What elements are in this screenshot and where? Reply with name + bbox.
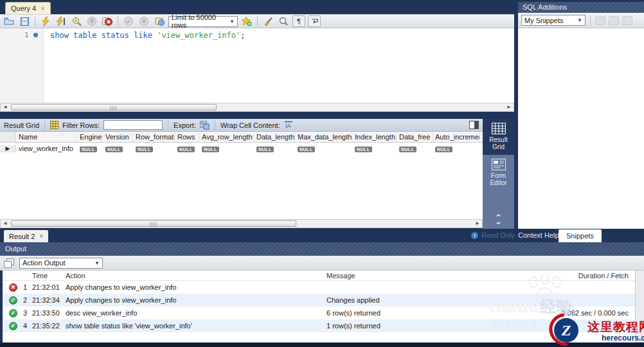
column-header[interactable]: Version xyxy=(103,132,133,142)
scroll-right-arrow-icon[interactable]: ► xyxy=(505,104,513,111)
panel-layout-icon[interactable] xyxy=(469,121,479,129)
word-wrap-icon xyxy=(311,18,318,24)
open-file-button[interactable] xyxy=(3,15,15,27)
scrollbar-thumb[interactable] xyxy=(11,104,217,111)
sidebar-item-label: Form Editor xyxy=(487,172,510,186)
grip-icon xyxy=(110,106,118,110)
action-column-header[interactable]: Action xyxy=(63,272,324,280)
cell-auto-increment[interactable]: NULL xyxy=(433,145,480,152)
output-toolbar: Action Output ▼ xyxy=(0,256,644,271)
column-header[interactable]: Rows xyxy=(175,132,199,142)
column-header[interactable]: Data_length xyxy=(254,132,295,142)
save-snippet-button[interactable] xyxy=(240,15,253,27)
mysql-workbench-window: Query 4 × xyxy=(0,0,644,347)
sidebar-item-form-editor[interactable]: Form Editor xyxy=(483,155,514,191)
divider xyxy=(257,16,258,26)
snippets-dropdown[interactable]: My Snippets ▼ xyxy=(521,15,586,26)
panel-divider xyxy=(0,112,514,119)
cell-row-format[interactable]: NULL xyxy=(133,145,175,152)
editor-tab-bar: Query 4 × xyxy=(0,0,514,14)
duration-column-header[interactable]: Duration / Fetch xyxy=(526,272,635,280)
editor-horizontal-scrollbar[interactable]: ◄ ► xyxy=(0,103,514,112)
output-row[interactable]: ✕ 1 21:32:01 Apply changes to view_worke… xyxy=(3,281,635,294)
cell-index-length[interactable]: NULL xyxy=(352,145,397,152)
sql-code-editor[interactable]: 1 show table status like 'view_worker_in… xyxy=(0,28,514,103)
toggle-autocommit-button[interactable] xyxy=(153,15,166,27)
cell-data-length[interactable]: NULL xyxy=(254,145,295,152)
column-header[interactable]: Engine xyxy=(77,132,103,142)
star-plus-icon xyxy=(242,17,252,26)
export-icon[interactable] xyxy=(200,121,210,130)
snippets-toolbar: My Snippets ▼ xyxy=(518,13,644,28)
cell-rows[interactable]: NULL xyxy=(175,145,199,152)
time-column-header[interactable]: Time xyxy=(30,272,63,280)
commit-button[interactable] xyxy=(122,15,135,27)
stop-query-button[interactable] xyxy=(85,15,98,27)
rollback-button[interactable] xyxy=(138,15,150,27)
wrap-cell-icon[interactable]: IA xyxy=(284,121,293,129)
cell-name[interactable]: view_worker_info xyxy=(16,145,77,152)
column-header[interactable]: Avg_row_length xyxy=(199,132,254,142)
output-panel-header: Output xyxy=(0,242,644,256)
column-header[interactable]: Auto_increment xyxy=(433,132,480,142)
output-row[interactable]: ✓ 2 21:32:34 Apply changes to view_worke… xyxy=(3,294,635,307)
cell-version[interactable]: NULL xyxy=(103,145,133,152)
close-icon[interactable]: × xyxy=(40,4,44,12)
column-header[interactable]: Max_data_length xyxy=(295,132,352,142)
result-grid: Name Engine Version Row_format Rows Avg_… xyxy=(0,132,483,219)
scrollbar-thumb[interactable] xyxy=(11,220,296,227)
cell-avg-row-length[interactable]: NULL xyxy=(199,145,254,152)
limit-rows-value: Limit to 50000 rows xyxy=(172,13,226,29)
replace-snippet-icon[interactable] xyxy=(595,16,605,25)
execute-statement-button[interactable] xyxy=(55,15,67,27)
scroll-right-arrow-icon[interactable]: ► xyxy=(474,220,481,227)
divider xyxy=(118,16,118,26)
cell-data-free[interactable]: NULL xyxy=(397,145,433,152)
sidebar-collapse-chevrons-icon[interactable]: ⌃⌄ xyxy=(483,215,514,225)
result-grid-horizontal-scrollbar[interactable]: ◄ ► xyxy=(0,219,483,228)
column-header[interactable]: Row_format xyxy=(133,132,175,142)
lightning-icon xyxy=(42,17,49,26)
output-row[interactable]: ✓ 4 21:35:22 show table status like 'vie… xyxy=(3,319,635,332)
wrap-text-button[interactable] xyxy=(308,15,321,27)
output-row[interactable]: ✓ 3 21:33:50 desc view_worker_info 6 row… xyxy=(3,307,635,319)
explain-query-button[interactable] xyxy=(70,15,83,27)
save-button[interactable] xyxy=(18,15,31,27)
grid-icon xyxy=(50,121,58,129)
commit-check-icon xyxy=(124,17,133,26)
row-selector[interactable]: ▶ xyxy=(0,145,16,152)
filter-rows-input[interactable] xyxy=(103,120,163,130)
toggle-stop-on-error-button[interactable] xyxy=(101,15,114,27)
execute-script-button[interactable] xyxy=(39,15,52,27)
tab-snippets[interactable]: Snippets xyxy=(559,229,602,242)
output-type-dropdown[interactable]: Action Output ▼ xyxy=(19,258,103,269)
close-icon[interactable]: × xyxy=(39,233,43,240)
message-column-header[interactable]: Message xyxy=(324,272,526,280)
tab-context-help[interactable]: Context Help xyxy=(518,231,559,239)
tab-result-2[interactable]: Result 2 × xyxy=(4,230,48,242)
scroll-left-arrow-icon[interactable]: ◄ xyxy=(1,104,9,111)
find-button[interactable] xyxy=(277,15,290,27)
column-header[interactable]: Index_length xyxy=(352,132,397,142)
snippets-list[interactable] xyxy=(518,28,644,229)
cell-max-data-length[interactable]: NULL xyxy=(295,145,352,152)
null-badge: NULL xyxy=(105,147,123,152)
show-invisibles-button[interactable]: ¶ xyxy=(292,15,305,27)
limit-rows-dropdown[interactable]: Limit to 50000 rows ▼ xyxy=(168,16,238,27)
success-icon: ✓ xyxy=(9,296,17,305)
cell-engine[interactable]: NULL xyxy=(77,145,103,152)
snippets-tab-label: Snippets xyxy=(566,232,594,240)
column-header[interactable]: Data_free xyxy=(397,132,433,142)
copy-snippet-icon[interactable] xyxy=(622,16,632,25)
row-index: 3 xyxy=(19,309,30,317)
tab-query-4[interactable]: Query 4 × xyxy=(5,2,51,14)
scroll-left-arrow-icon[interactable]: ◄ xyxy=(1,220,9,227)
sql-terminator: ; xyxy=(240,31,245,40)
insert-snippet-icon[interactable] xyxy=(609,16,619,25)
null-badge: NULL xyxy=(80,147,97,152)
column-header[interactable]: Name xyxy=(16,132,77,142)
sidebar-item-result-grid[interactable]: Result Grid xyxy=(483,119,514,155)
read-only-lock-icon: ! xyxy=(471,232,478,239)
beautify-query-button[interactable] xyxy=(262,15,274,27)
table-row[interactable]: ▶ view_worker_info NULL NULL NULL NULL N… xyxy=(0,143,483,154)
